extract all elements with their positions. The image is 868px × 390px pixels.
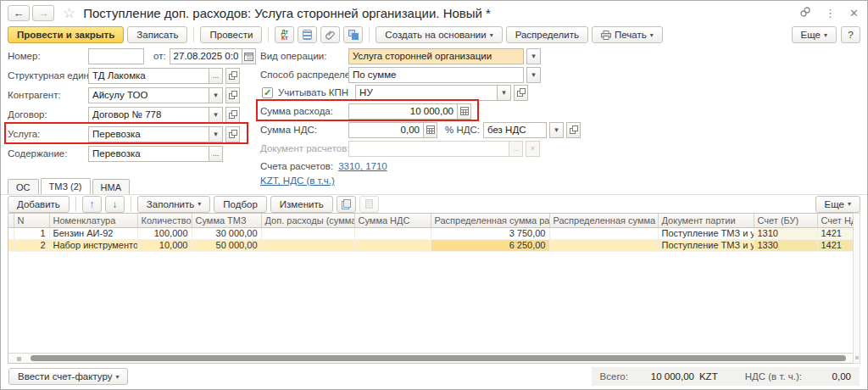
- column-header[interactable]: Документ партии: [658, 214, 754, 227]
- cell-sum-tmz[interactable]: 50 000,00: [192, 239, 261, 251]
- vat-percent-input[interactable]: [483, 122, 547, 138]
- more-button[interactable]: Еще▾: [792, 26, 837, 43]
- date-input[interactable]: [170, 48, 242, 64]
- cell-account-vat[interactable]: 1421: [817, 239, 854, 251]
- scrollbar-down-arrow[interactable]: [855, 356, 859, 359]
- distribution-method-dropdown-button[interactable]: ▾: [526, 67, 541, 83]
- cell-vat-sum[interactable]: [354, 227, 431, 239]
- post-and-close-button[interactable]: Провести и закрыть: [8, 26, 124, 43]
- related-documents-button[interactable]: [343, 26, 363, 43]
- cell-distributed-sum[interactable]: 6 250,00: [431, 239, 549, 251]
- cell-qty[interactable]: 10,000: [137, 239, 192, 251]
- distribution-method-input[interactable]: [348, 67, 524, 83]
- column-header[interactable]: Доп. расходы (сумма): [261, 214, 354, 227]
- favorite-star-icon[interactable]: ☆: [63, 6, 75, 20]
- vertical-scrollbar[interactable]: [853, 213, 860, 364]
- close-icon[interactable]: ✕: [849, 8, 859, 19]
- dtkt-postings-button[interactable]: ДтКт: [275, 26, 294, 43]
- structural-unit-open-button[interactable]: [225, 68, 240, 84]
- cell-batch-doc[interactable]: Поступление ТМЗ и услуг..: [658, 227, 754, 239]
- structural-unit-input[interactable]: [88, 68, 209, 84]
- tab-nma[interactable]: НМА: [92, 179, 130, 194]
- enter-invoice-button[interactable]: Ввести счет-фактуру▾: [8, 368, 128, 385]
- expense-amount-input[interactable]: [348, 103, 458, 120]
- write-button[interactable]: Записать: [127, 26, 187, 43]
- cell-account-vat[interactable]: 1421: [817, 227, 854, 239]
- column-header[interactable]: Количество: [137, 214, 192, 227]
- scrollbar-left-arrow[interactable]: [17, 357, 21, 361]
- column-header[interactable]: Счет НДС: [817, 214, 854, 227]
- help-button[interactable]: ?: [841, 26, 860, 43]
- service-open-button[interactable]: [225, 126, 240, 142]
- service-dropdown-button[interactable]: ▾: [209, 126, 223, 142]
- content-input[interactable]: [88, 146, 209, 162]
- expense-amount-calculator-button[interactable]: [457, 103, 471, 120]
- forward-button[interactable]: →: [32, 5, 54, 21]
- cell-extra-costs[interactable]: [261, 239, 354, 251]
- cell-distributed-vat[interactable]: [549, 227, 658, 239]
- operation-type-input[interactable]: [348, 48, 524, 64]
- column-header[interactable]: Распределенная сумма НДС: [549, 214, 658, 227]
- copy-rows-button[interactable]: [337, 196, 356, 213]
- cell-n[interactable]: 2: [14, 239, 49, 251]
- create-based-on-button[interactable]: Создать на основании▾: [376, 26, 502, 43]
- paste-rows-button[interactable]: [359, 196, 379, 213]
- number-input[interactable]: [88, 48, 144, 64]
- fill-button[interactable]: Заполнить▾: [137, 196, 210, 213]
- cit-input[interactable]: [355, 85, 498, 101]
- column-header[interactable]: Сумма ТМЗ: [192, 214, 261, 227]
- service-input[interactable]: [88, 126, 209, 142]
- content-select-button[interactable]: ...: [209, 146, 223, 162]
- cell-sum-tmz[interactable]: 30 000,00: [192, 227, 261, 239]
- column-header[interactable]: Сумма НДС: [354, 214, 431, 227]
- vat-amount-input[interactable]: [348, 122, 424, 138]
- structural-unit-select-button[interactable]: ...: [209, 68, 223, 84]
- contract-open-button[interactable]: [225, 107, 240, 123]
- contract-dropdown-button[interactable]: ▾: [209, 107, 223, 123]
- horizontal-scrollbar-thumb[interactable]: [31, 355, 846, 361]
- operation-type-dropdown-button[interactable]: ▾: [526, 48, 541, 64]
- cell-account-bu[interactable]: 1310: [754, 227, 817, 239]
- add-row-button[interactable]: Добавить: [8, 196, 70, 213]
- document-register-button[interactable]: [298, 26, 317, 43]
- grid-more-button[interactable]: Еще▾: [815, 196, 860, 213]
- cell-n[interactable]: 1: [14, 227, 49, 239]
- column-header[interactable]: Распределенная сумма расходов: [431, 214, 549, 227]
- calendar-button[interactable]: [242, 48, 256, 64]
- vat-percent-open-button[interactable]: [566, 122, 581, 138]
- cell-extra-costs[interactable]: [261, 227, 354, 239]
- move-down-button[interactable]: ↓: [105, 196, 125, 213]
- window-menu-icon[interactable]: ⋮: [825, 8, 836, 19]
- pick-button[interactable]: Подбор: [214, 196, 267, 213]
- cit-checkbox[interactable]: ✓: [262, 87, 273, 98]
- table-row-selected[interactable]: 2 Набор инструментов 10,000 50 000,00 6 …: [8, 239, 854, 251]
- cell-nomenclature[interactable]: Набор инструментов: [49, 239, 137, 251]
- move-up-button[interactable]: ↑: [82, 196, 102, 213]
- settlement-accounts-link[interactable]: 3310, 1710: [338, 161, 387, 171]
- distribute-button[interactable]: Распределить: [506, 26, 588, 43]
- cell-distributed-sum[interactable]: 3 750,00: [431, 227, 549, 239]
- cell-vat-sum[interactable]: [354, 239, 431, 251]
- cit-dropdown-button[interactable]: ▾: [497, 85, 511, 101]
- back-button[interactable]: ←: [8, 5, 30, 21]
- cell-qty[interactable]: 100,000: [137, 227, 192, 239]
- print-button[interactable]: Печать▾: [592, 26, 663, 43]
- cell-nomenclature[interactable]: Бензин АИ-92: [49, 227, 137, 239]
- tab-os[interactable]: ОС: [8, 179, 39, 194]
- counterparty-input[interactable]: [88, 87, 209, 103]
- cell-batch-doc[interactable]: Поступление ТМЗ и услуг..: [658, 239, 754, 251]
- column-header[interactable]: Счет (БУ): [754, 214, 817, 227]
- get-link-icon[interactable]: [799, 6, 811, 20]
- table-row[interactable]: 1 Бензин АИ-92 100,000 30 000,00 3 750,0…: [8, 227, 854, 239]
- cell-distributed-vat[interactable]: [549, 239, 658, 251]
- vat-amount-calculator-button[interactable]: [423, 122, 437, 138]
- contract-input[interactable]: [88, 107, 209, 123]
- edit-button[interactable]: Изменить: [270, 196, 333, 213]
- column-header[interactable]: Номенклатура: [49, 214, 137, 227]
- column-header[interactable]: N: [14, 214, 49, 227]
- counterparty-dropdown-button[interactable]: ▾: [209, 87, 223, 103]
- counterparty-open-button[interactable]: [225, 87, 240, 103]
- attachments-button[interactable]: [320, 26, 340, 43]
- vat-percent-dropdown-button[interactable]: ▾: [549, 122, 564, 138]
- cit-open-button[interactable]: [514, 85, 528, 101]
